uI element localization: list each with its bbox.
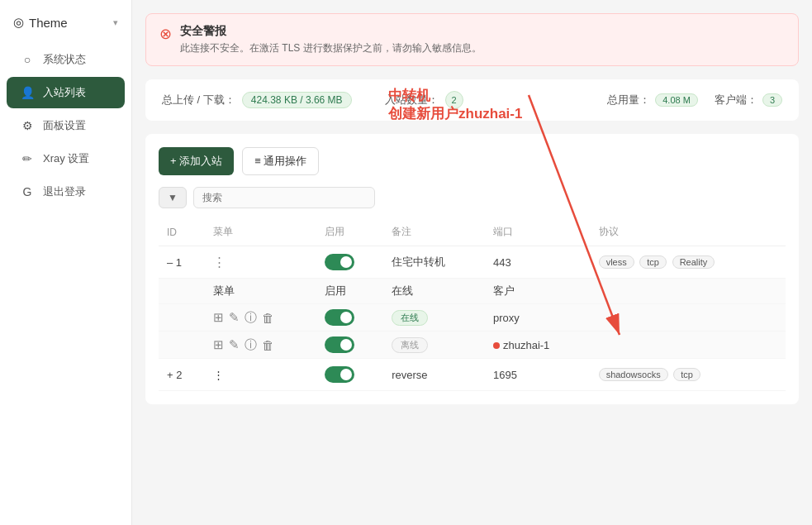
sub-cell-status2: 离线 [383, 332, 485, 359]
row-menu-icons: ⋮ [213, 255, 309, 270]
alert-title: 安全警报 [180, 24, 482, 39]
sub-spacer3 [591, 332, 786, 359]
sidebar-item-label: 入站列表 [43, 85, 86, 100]
stats-row: 总上传 / 下载： 424.38 KB / 3.66 MB 入站数量： 2 总用… [145, 79, 799, 121]
client-count-value: 3 [762, 93, 782, 107]
total-usage-value: 4.08 M [655, 93, 698, 107]
table-row: – 1 ⋮ 住宅中转机 443 vless [159, 246, 786, 279]
sub-row-proxy: ⊞ ✎ ⓘ 🗑 在线 proxy [159, 304, 786, 332]
sub-spacer [159, 304, 205, 332]
toggle-knob2 [340, 369, 352, 380]
inbound-table: ID 菜单 启用 备注 端口 协议 – 1 ⋮ [159, 218, 786, 391]
col-enable: 启用 [316, 218, 383, 246]
sub-spacer [159, 332, 205, 359]
sub-cell-enable2[interactable] [316, 332, 383, 359]
sub-col-online: 在线 [383, 279, 485, 304]
sub-col-menu: 菜单 [205, 279, 317, 304]
edit-icon[interactable]: ✎ [229, 337, 240, 352]
cell-protocol2: shadowsocks tcp [591, 359, 786, 391]
sidebar-item-inbound-list[interactable]: 👤 入站列表 [7, 77, 125, 108]
xray-icon: ✏ [20, 152, 35, 165]
protocol-tag-ss: shadowsocks [599, 368, 668, 381]
qr-icon[interactable]: ⊞ [213, 310, 224, 325]
sub-col-enable: 启用 [316, 279, 383, 304]
col-id: ID [159, 218, 205, 246]
sub-cell-client2: zhuzhai-1 [485, 332, 591, 359]
sidebar-item-panel-settings[interactable]: ⚙ 面板设置 [7, 110, 125, 141]
table-header-row: ID 菜单 启用 备注 端口 协议 [159, 218, 786, 246]
col-protocol: 协议 [591, 218, 786, 246]
edit-icon[interactable]: ✎ [229, 310, 240, 325]
alert-icon: ⊗ [159, 25, 172, 43]
search-input[interactable] [193, 187, 375, 208]
col-remark: 备注 [383, 218, 485, 246]
toggle-switch2[interactable] [325, 366, 354, 383]
stats-right: 总用量： 4.08 M 客户端： 3 [607, 93, 782, 107]
sub-cell-status: 在线 [383, 304, 485, 332]
alert-body: 安全警报 此连接不安全。在激活 TLS 进行数据保护之前，请勿输入敏感信息。 [180, 24, 482, 55]
upload-download-label: 总上传 / 下载： [162, 93, 235, 107]
sidebar-item-label: 面板设置 [43, 118, 86, 133]
sub-cell-icons2: ⊞ ✎ ⓘ 🗑 [205, 332, 317, 359]
info-icon[interactable]: ⓘ [245, 337, 257, 353]
alert-description: 此连接不安全。在激活 TLS 进行数据保护之前，请勿输入敏感信息。 [180, 41, 482, 55]
more-icon[interactable]: ⋮ [213, 255, 226, 270]
cell-protocol: vless tcp Reality [591, 246, 786, 279]
sub-header-row: 菜单 启用 在线 客户 [159, 279, 786, 304]
chevron-down-icon: ▾ [113, 17, 118, 28]
col-menu: 菜单 [205, 218, 317, 246]
general-ops-button[interactable]: ≡ 通用操作 [242, 147, 319, 175]
cell-id: – 1 [159, 246, 205, 279]
total-usage-label: 总用量： [607, 93, 650, 107]
cell-menu: ⋮ [205, 246, 317, 279]
sidebar-item-label: 系统状态 [43, 52, 86, 67]
protocol-tag-vless: vless [599, 255, 634, 269]
cell-enable2[interactable] [316, 359, 383, 391]
client-dot [493, 342, 500, 349]
sub-row-zhuzhai: ⊞ ✎ ⓘ 🗑 离线 zh [159, 332, 786, 359]
sub-col-client: 客户 [485, 279, 591, 304]
client-count-stat: 客户端： 3 [715, 93, 782, 107]
settings-icon: ⚙ [20, 119, 35, 132]
inbound-icon: 👤 [20, 86, 35, 99]
qr-icon[interactable]: ⊞ [213, 337, 224, 352]
delete-icon[interactable]: 🗑 [262, 338, 274, 352]
cell-remark: 住宅中转机 [383, 246, 485, 279]
sidebar-item-system-status[interactable]: ○ 系统状态 [7, 44, 125, 75]
upload-download-stat: 总上传 / 下载： 424.38 KB / 3.66 MB [162, 92, 352, 108]
upload-download-value: 424.38 KB / 3.66 MB [242, 92, 352, 108]
total-usage-stat: 总用量： 4.08 M [607, 93, 698, 107]
sub-cell-enable[interactable] [316, 304, 383, 332]
sidebar-item-label: Xray 设置 [43, 151, 89, 166]
add-inbound-button[interactable]: + 添加入站 [159, 147, 234, 175]
sidebar-title: Theme [29, 16, 68, 30]
sub-toggle[interactable] [325, 309, 354, 326]
table-card: + 添加入站 ≡ 通用操作 ▼ ID 菜单 启用 备注 端口 协议 [145, 134, 799, 404]
cell-enable[interactable] [316, 246, 383, 279]
sidebar-item-logout[interactable]: G 退出登录 [7, 176, 125, 208]
protocol-tag-tcp2: tcp [673, 368, 700, 381]
sub-spacer [159, 279, 205, 304]
delete-icon[interactable]: 🗑 [262, 311, 274, 325]
sub-toggle2[interactable] [325, 336, 354, 353]
sidebar-header[interactable]: ◎ Theme ▾ [0, 8, 131, 43]
sub-row-icons2: ⊞ ✎ ⓘ 🗑 [213, 337, 309, 353]
more-icon2[interactable]: ⋮ [213, 369, 224, 381]
cell-port: 443 [485, 246, 591, 279]
filter-button[interactable]: ▼ [159, 187, 187, 208]
inbound-count-label: 入站数量： [385, 93, 439, 107]
cell-remark2: reverse [383, 359, 485, 391]
toggle-knob [340, 339, 352, 351]
info-icon[interactable]: ⓘ [245, 310, 257, 326]
toggle-switch[interactable] [325, 254, 354, 270]
cell-id2: + 2 [159, 359, 205, 391]
sub-spacer2 [591, 279, 786, 304]
sidebar-item-xray-settings[interactable]: ✏ Xray 设置 [7, 143, 125, 174]
sidebar: ◎ Theme ▾ ○ 系统状态 👤 入站列表 ⚙ 面板设置 ✏ Xray 设置… [0, 0, 132, 525]
security-alert: ⊗ 安全警报 此连接不安全。在激活 TLS 进行数据保护之前，请勿输入敏感信息。 [145, 13, 799, 66]
status-badge-offline: 离线 [392, 337, 428, 353]
sub-cell-client: proxy [485, 304, 591, 332]
sub-row-icons: ⊞ ✎ ⓘ 🗑 [213, 310, 309, 326]
system-status-icon: ○ [20, 53, 35, 66]
toggle-knob [340, 256, 352, 268]
